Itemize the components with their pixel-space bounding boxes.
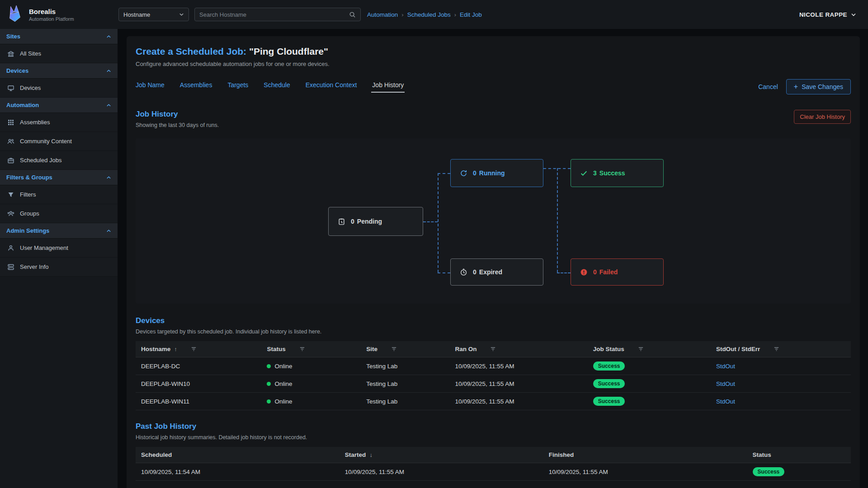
topbar: Borealis Automation Platform Hostname Au… (0, 0, 868, 29)
table-row: DEEPLAB-WIN10 Online Testing Lab 10/09/2… (136, 375, 851, 393)
sidebar-section-label: Admin Settings (6, 227, 49, 234)
filter-icon[interactable] (391, 346, 397, 352)
col-status: Status (267, 346, 285, 352)
sidebar-item-scheduled-jobs[interactable]: Scheduled Jobs (0, 151, 118, 170)
tab-actions: Cancel + Save Changes (758, 79, 851, 94)
chevron-down-icon (179, 13, 184, 16)
breadcrumb-edit-job[interactable]: Edit Job (460, 11, 482, 18)
save-changes-button[interactable]: + Save Changes (786, 79, 851, 94)
filter-icon[interactable] (490, 346, 496, 352)
filter-icon[interactable] (299, 346, 305, 352)
cell-stdout: StdOut (711, 357, 851, 375)
sidebar-item-community-content[interactable]: Community Content (0, 132, 118, 151)
devices-header: Devices Devices targeted by this schedul… (136, 316, 851, 335)
cell-status: Online (261, 375, 361, 393)
cancel-button[interactable]: Cancel (758, 83, 778, 90)
filter-icon[interactable] (191, 346, 197, 352)
cell-ran-on: 10/09/2025, 11:55 AM (449, 393, 587, 410)
connector-line (438, 272, 450, 273)
tab-targets[interactable]: Targets (227, 81, 248, 93)
sidebar-item-filters[interactable]: Filters (0, 185, 118, 204)
cell-hostname: DEEPLAB-DC (136, 357, 261, 375)
col-job-status: Job Status (593, 346, 624, 352)
col-ran-on: Ran On (455, 346, 476, 352)
col-started: Started (345, 451, 366, 458)
expired-label: Expired (479, 268, 502, 276)
sidebar-item-server-info[interactable]: Server Info (0, 258, 118, 277)
filter-icon[interactable] (638, 346, 644, 352)
sidebar-section-filters-groups[interactable]: Filters & Groups (0, 170, 118, 185)
check-icon (580, 169, 588, 177)
connector-line (557, 272, 571, 273)
sidebar-item-label: Devices (20, 84, 41, 91)
hostname-searchbox (194, 8, 361, 21)
sort-desc-icon[interactable]: ↓ (369, 451, 373, 458)
user-icon (7, 244, 14, 252)
expired-node[interactable]: 0 Expired (450, 258, 543, 286)
sidebar-item-label: Scheduled Jobs (20, 157, 62, 164)
sidebar-section-sites[interactable]: Sites (0, 29, 118, 44)
filter-icon[interactable] (774, 346, 779, 352)
sidebar-section-label: Sites (6, 33, 20, 40)
failed-node[interactable]: 0 Failed (571, 258, 664, 286)
tab-assemblies[interactable]: Assemblies (180, 81, 212, 93)
job-history-header-row: Job History Showing the last 30 days of … (136, 110, 851, 128)
past-history-header: Past Job History Historical job history … (136, 422, 851, 441)
breadcrumb-scheduled-jobs[interactable]: Scheduled Jobs (407, 11, 451, 18)
pending-label: Pending (357, 218, 382, 225)
user-menu[interactable]: NICOLE RAPPE (799, 11, 856, 18)
sidebar-item-all-sites[interactable]: All Sites (0, 44, 118, 63)
hostname-select[interactable]: Hostname (118, 8, 189, 21)
chevron-up-icon (106, 103, 111, 107)
tabs: Job Name Assemblies Targets Schedule Exe… (136, 81, 404, 93)
filter-icon (7, 191, 14, 198)
sidebar-section-admin-settings[interactable]: Admin Settings (0, 223, 118, 239)
success-node[interactable]: 3 Success (571, 159, 664, 187)
sidebar-item-label: Server Info (20, 263, 49, 270)
sidebar: Sites All Sites Devices Devices Automati… (0, 29, 118, 488)
stdout-link[interactable]: StdOut (716, 363, 735, 370)
running-node[interactable]: 0 Running (450, 159, 543, 187)
success-count: 3 (593, 169, 597, 177)
tab-schedule[interactable]: Schedule (264, 81, 290, 93)
sidebar-item-devices[interactable]: Devices (0, 79, 118, 98)
running-label: Running (479, 169, 505, 177)
tab-job-name[interactable]: Job Name (136, 81, 165, 93)
cell-site: Testing Lab (361, 357, 449, 375)
brand-subtitle: Automation Platform (29, 16, 74, 22)
search-input[interactable] (199, 11, 349, 18)
hostname-select-value: Hostname (123, 11, 150, 18)
breadcrumb-separator-icon: › (454, 11, 456, 18)
sidebar-item-groups[interactable]: Groups (0, 204, 118, 223)
stdout-link[interactable]: StdOut (716, 380, 735, 387)
search-icon[interactable] (349, 11, 356, 18)
status-badge: Success (593, 379, 625, 388)
sidebar-section-automation[interactable]: Automation (0, 98, 118, 113)
sidebar-item-label: All Sites (20, 50, 41, 57)
stdout-link[interactable]: StdOut (716, 398, 735, 405)
briefcase-icon (7, 157, 14, 164)
building-icon (7, 50, 14, 57)
sidebar-section-devices[interactable]: Devices (0, 63, 118, 79)
tab-job-history[interactable]: Job History (372, 81, 404, 93)
sidebar-item-user-management[interactable]: User Management (0, 239, 118, 258)
breadcrumb: Automation › Scheduled Jobs › Edit Job (367, 11, 482, 18)
failed-count: 0 (593, 268, 597, 276)
sort-asc-icon[interactable]: ↑ (174, 346, 177, 352)
sidebar-section-label: Filters & Groups (6, 174, 52, 181)
cell-started: 10/09/2025, 11:55 AM (340, 463, 543, 481)
breadcrumb-automation[interactable]: Automation (367, 11, 398, 18)
cell-status: Success (747, 463, 851, 481)
clear-job-history-button[interactable]: Clear Job History (794, 110, 851, 124)
pending-node[interactable]: 0 Pending (328, 207, 423, 236)
col-finished: Finished (549, 451, 574, 458)
cell-hostname: DEEPLAB-WIN10 (136, 375, 261, 393)
online-status-dot (267, 364, 271, 368)
tab-execution-context[interactable]: Execution Context (306, 81, 357, 93)
sidebar-item-assemblies[interactable]: Assemblies (0, 113, 118, 132)
sidebar-item-label: User Management (20, 244, 68, 251)
table-row: 10/09/2025, 11:54 AM 10/09/2025, 11:55 A… (136, 463, 851, 481)
col-scheduled: Scheduled (141, 451, 172, 458)
brand-name: Borealis (29, 8, 74, 15)
cell-status: Online (261, 393, 361, 410)
